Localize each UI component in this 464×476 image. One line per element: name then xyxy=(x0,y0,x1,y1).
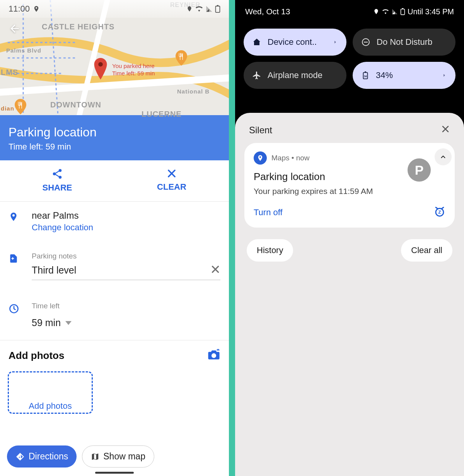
pin-callout: You parked here Time left: 59 min xyxy=(112,63,155,77)
signal-icon xyxy=(206,5,213,12)
pin-icon xyxy=(9,210,32,223)
notification-sheet: Silent Maps • now P Parking location Y xyxy=(235,113,464,476)
notification-body: Your parking expires at 11:59 AM xyxy=(254,187,445,196)
notes-label: Parking notes xyxy=(32,252,220,260)
qs-device-controls[interactable]: Device cont.. xyxy=(244,29,346,56)
qs-airplane[interactable]: Airplane mode xyxy=(244,62,346,89)
clear-all-button[interactable]: Clear all xyxy=(401,239,452,262)
bottom-action-bar: Directions Show map xyxy=(0,440,229,476)
signal-icon xyxy=(392,8,398,15)
change-location-link[interactable]: Change location xyxy=(32,223,220,233)
add-photos-placeholder[interactable]: Add photos xyxy=(8,371,93,414)
status-date: Wed, Oct 13 xyxy=(245,7,290,16)
location-icon xyxy=(373,8,379,15)
qs-dnd[interactable]: Do Not Disturb xyxy=(353,29,455,56)
quick-settings: Device cont.. Do Not Disturb Airplane mo… xyxy=(235,18,464,100)
silent-header: Silent xyxy=(244,124,455,143)
location-name: near Palms xyxy=(32,210,220,221)
svg-text:34: 34 xyxy=(364,75,367,78)
poi-restaurant-icon[interactable] xyxy=(15,99,26,114)
time-left-label: Time left xyxy=(32,302,220,310)
turn-off-button[interactable]: Turn off xyxy=(254,207,283,218)
poi-restaurant-icon[interactable] xyxy=(176,50,187,66)
home-indicator xyxy=(95,472,134,474)
header-title: Parking location xyxy=(9,125,220,139)
notification-footer: History Clear all xyxy=(244,239,455,262)
svg-rect-8 xyxy=(401,9,405,15)
svg-text:Z: Z xyxy=(438,210,441,214)
status-bar: 11:00 xyxy=(0,0,229,18)
map-label: CASTLE HEIGHTS xyxy=(42,22,114,31)
expand-notification-button[interactable] xyxy=(435,148,452,165)
time-left-row: Time left 59 min xyxy=(0,293,229,328)
snooze-button[interactable]: Z xyxy=(434,206,445,219)
svg-rect-13 xyxy=(365,71,366,73)
map-label: National B xyxy=(177,88,210,95)
parking-avatar-icon: P xyxy=(408,158,431,182)
add-photo-camera-button[interactable] xyxy=(207,349,220,362)
location-icon xyxy=(186,6,193,12)
back-button[interactable] xyxy=(9,22,21,36)
chevron-down-icon xyxy=(65,321,72,325)
notification-card[interactable]: Maps • now P Parking location Your parki… xyxy=(244,143,455,228)
show-map-button[interactable]: Show map xyxy=(82,445,154,468)
map-label: dian xyxy=(1,105,14,112)
notification-shade-screen: Wed, Oct 13 Until 3:45 PM Device cont.. … xyxy=(235,0,464,476)
notification-app-meta: Maps • now xyxy=(271,154,310,162)
svg-point-3 xyxy=(98,62,103,67)
add-photos-title: Add photos xyxy=(9,350,64,362)
status-bar: Wed, Oct 13 Until 3:45 PM xyxy=(235,0,464,18)
wifi-icon xyxy=(382,8,389,15)
location-icon xyxy=(33,5,40,12)
battery-saver-icon: 34 xyxy=(361,71,370,80)
maps-app-icon xyxy=(254,151,267,165)
directions-button[interactable]: Directions xyxy=(7,445,77,468)
chevron-right-icon xyxy=(333,37,338,47)
chevron-right-icon xyxy=(442,70,447,80)
dismiss-silent-button[interactable] xyxy=(441,124,450,136)
map-label: LUCERNE xyxy=(142,110,182,119)
location-row: near Palms Change location xyxy=(0,202,229,233)
share-button[interactable]: SHARE xyxy=(0,160,114,201)
maps-parking-screen: 11:00 CASTLE HEIGHTS Palms Blvd LMS DOWN… xyxy=(0,0,229,476)
parking-header: Parking location Time left: 59 min xyxy=(0,115,229,160)
add-photos-header: Add photos xyxy=(0,340,229,362)
map-label: LMS xyxy=(1,68,18,77)
clock-icon xyxy=(9,302,32,316)
clear-button[interactable]: CLEAR xyxy=(114,160,229,201)
map-label: Palms Blvd xyxy=(6,47,41,54)
map-label: DOWNTOWN xyxy=(50,100,101,109)
silent-label: Silent xyxy=(249,125,272,136)
wifi-icon xyxy=(195,5,203,12)
battery-icon xyxy=(215,5,220,13)
svg-rect-11 xyxy=(364,42,368,42)
svg-rect-9 xyxy=(402,8,403,9)
action-row: SHARE CLEAR xyxy=(0,160,229,202)
battery-icon xyxy=(400,8,405,15)
history-button[interactable]: History xyxy=(247,239,293,262)
svg-rect-1 xyxy=(217,5,218,6)
notes-row: Parking notes xyxy=(0,243,229,280)
time-left-dropdown[interactable]: 59 min xyxy=(32,317,220,328)
notes-icon xyxy=(9,252,32,265)
dnd-icon xyxy=(361,37,370,47)
status-time: 11:00 xyxy=(9,4,30,14)
clear-notes-button[interactable] xyxy=(210,264,220,276)
home-icon xyxy=(252,37,261,47)
dnd-until: Until 3:45 PM xyxy=(408,7,454,16)
svg-rect-0 xyxy=(216,6,220,12)
airplane-icon xyxy=(252,71,261,80)
notes-input[interactable] xyxy=(32,265,210,276)
qs-battery[interactable]: 34 34% xyxy=(353,62,455,89)
parking-pin-icon[interactable] xyxy=(93,58,108,81)
header-subtitle: Time left: 59 min xyxy=(9,142,220,152)
